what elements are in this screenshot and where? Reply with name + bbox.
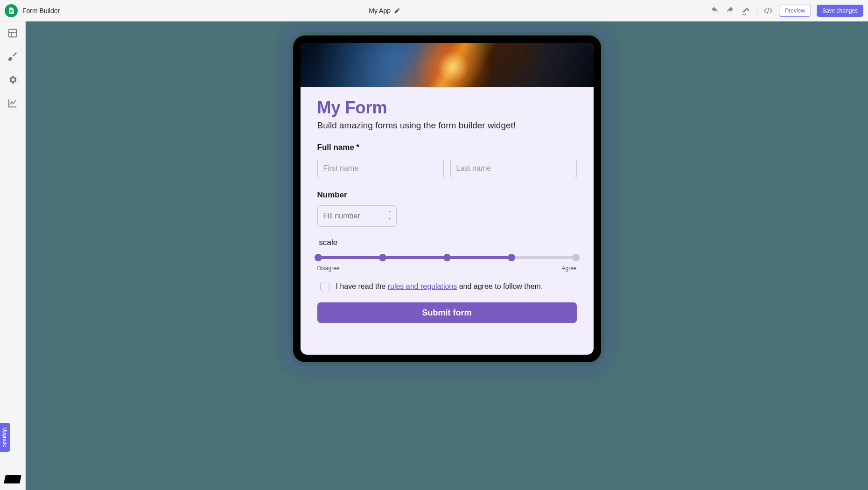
layout-icon[interactable]	[7, 28, 18, 38]
chart-icon[interactable]	[7, 98, 18, 108]
scale-dot-1[interactable]	[315, 254, 322, 261]
pencil-icon[interactable]	[394, 7, 400, 14]
terms-text: I have read the rules and regulations an…	[336, 282, 543, 291]
submit-button[interactable]: Submit form	[317, 302, 577, 323]
first-name-input[interactable]	[317, 158, 444, 179]
tablet-frame[interactable]: My Form Build amazing forms using the fo…	[293, 35, 601, 362]
scale-dot-4[interactable]	[508, 254, 515, 261]
left-rail: Upgrade	[0, 21, 26, 490]
scale-right-label: Agree	[561, 265, 576, 272]
form-title: My Form	[317, 98, 577, 118]
code-icon[interactable]	[763, 6, 773, 16]
form-subtitle: Build amazing forms using the form build…	[317, 120, 577, 131]
full-name-label: Full name *	[317, 143, 577, 152]
product-logo	[5, 4, 18, 17]
scale-dot-5[interactable]	[572, 254, 580, 261]
scale-dot-2[interactable]	[379, 254, 386, 261]
svg-rect-0	[9, 29, 17, 37]
number-input[interactable]	[317, 205, 397, 227]
terminal-icon[interactable]	[4, 475, 21, 483]
form-hero-image	[301, 43, 594, 87]
number-label: Number	[317, 190, 577, 200]
terms-checkbox[interactable]	[320, 282, 329, 291]
scale-dot-3[interactable]	[443, 254, 451, 261]
save-changes-button[interactable]: Save changes	[817, 5, 863, 17]
chevron-up-icon[interactable]	[386, 208, 393, 215]
scale-label: scale	[319, 238, 577, 247]
divider	[757, 6, 757, 15]
product-title: Form Builder	[22, 7, 60, 14]
terms-link[interactable]: rules and regulations	[388, 282, 457, 290]
scale-left-label: Disagree	[317, 265, 340, 272]
chevron-down-icon[interactable]	[386, 216, 393, 222]
brush-icon[interactable]	[7, 51, 18, 62]
tablet-screen: My Form Build amazing forms using the fo…	[301, 43, 594, 355]
canvas[interactable]: My Form Build amazing forms using the fo…	[26, 21, 868, 490]
app-name[interactable]: My App	[369, 7, 391, 14]
gear-icon[interactable]	[7, 75, 18, 85]
redo-icon[interactable]	[725, 6, 735, 16]
last-name-input[interactable]	[450, 158, 577, 179]
gavel-icon[interactable]	[741, 6, 751, 16]
scale-slider[interactable]	[318, 254, 576, 261]
upgrade-button[interactable]: Upgrade	[0, 423, 10, 452]
form-body: My Form Build amazing forms using the fo…	[301, 87, 594, 355]
preview-button[interactable]: Preview	[779, 5, 811, 17]
undo-icon[interactable]	[709, 6, 720, 16]
topbar: Form Builder My App Preview Save changes	[0, 0, 868, 21]
